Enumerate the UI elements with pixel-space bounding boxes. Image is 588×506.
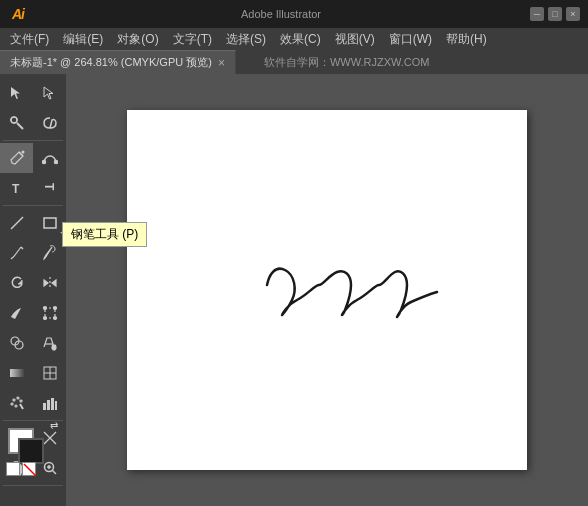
live-paint-bucket-tool[interactable] [33,328,66,358]
watermark-text: 软件自学网：WWW.RJZXW.COM [256,55,438,70]
tool-row-11 [0,388,66,418]
svg-text:T: T [42,183,56,191]
menu-view[interactable]: 视图(V) [329,29,381,50]
svg-point-8 [42,161,45,164]
vertical-type-tool[interactable]: T [33,173,66,203]
separator-4 [3,485,63,486]
gradient-tool[interactable] [0,358,33,388]
svg-rect-36 [55,401,57,410]
close-button[interactable]: × [566,7,580,21]
blob-brush-tool[interactable] [33,238,66,268]
none-color-icon[interactable] [22,462,36,476]
svg-rect-16 [45,308,55,318]
column-graph-tool[interactable] [33,388,66,418]
menu-file[interactable]: 文件(F) [4,29,55,50]
svg-rect-24 [10,369,24,377]
pen-tool[interactable] [0,143,33,173]
line-segment-tool[interactable] [0,208,33,238]
svg-point-7 [21,151,24,154]
svg-point-20 [53,317,56,320]
svg-point-28 [13,399,15,401]
svg-rect-33 [43,403,46,410]
rotate-tool[interactable] [0,268,33,298]
svg-line-12 [11,217,23,229]
menu-text[interactable]: 文字(T) [167,29,218,50]
tool-row-5 [0,208,66,238]
rectangle-tool[interactable] [33,208,66,238]
curvature-tool[interactable] [33,143,66,173]
svg-point-31 [11,403,13,405]
type-tool[interactable]: T [0,173,33,203]
svg-rect-35 [51,398,54,410]
tool-row-4: T T [0,173,66,203]
svg-point-18 [53,307,56,310]
warp-tool[interactable] [0,298,33,328]
default-color-icon[interactable] [6,462,20,476]
menu-effect[interactable]: 效果(C) [274,29,327,50]
svg-point-19 [43,317,46,320]
svg-point-32 [15,405,17,407]
free-transform-tool[interactable] [33,298,66,328]
tab-close-button[interactable]: × [218,57,225,69]
tool-row-10 [0,358,66,388]
menu-window[interactable]: 窗口(W) [383,29,438,50]
app-title: Adobe Illustrator [32,8,530,20]
tool-row-1 [0,78,66,108]
svg-point-29 [17,397,19,399]
paintbrush-tool[interactable] [0,238,33,268]
svg-rect-34 [47,400,50,410]
tool-row-7 [0,268,66,298]
tool-row-6 [0,238,66,268]
canvas[interactable] [127,110,527,470]
maximize-button[interactable]: □ [548,7,562,21]
menu-edit[interactable]: 编辑(E) [57,29,109,50]
lasso-tool[interactable] [33,108,66,138]
menu-select[interactable]: 选择(S) [220,29,272,50]
menu-object[interactable]: 对象(O) [111,29,164,50]
separator-1 [3,140,63,141]
direct-selection-tool[interactable] [33,78,66,108]
svg-point-17 [43,307,46,310]
canvas-area [66,74,588,506]
title-bar: Ai Adobe Illustrator ─ □ × [0,0,588,28]
minimize-button[interactable]: ─ [530,7,544,21]
ai-logo: Ai [4,1,32,27]
svg-line-44 [24,464,36,476]
mesh-tool[interactable] [33,358,66,388]
tool-row-3 [0,143,66,173]
reflect-tool[interactable] [33,268,66,298]
separator-2 [3,205,63,206]
main-area: T T [0,74,588,506]
tool-row-9 [0,328,66,358]
selection-tool[interactable] [0,78,33,108]
svg-line-0 [17,123,23,129]
svg-line-14 [21,247,23,249]
toolbar: T T [0,74,66,506]
menu-help[interactable]: 帮助(H) [440,29,493,50]
tool-row-2 [0,108,66,138]
magic-wand-tool[interactable] [0,108,33,138]
shape-builder-tool[interactable] [0,328,33,358]
svg-rect-13 [44,218,56,228]
tool-row-8 [0,298,66,328]
symbol-sprayer-tool[interactable] [0,388,33,418]
tab-label: 未标题-1* @ 264.81% (CMYK/GPU 预览) [10,55,212,70]
menu-bar: 文件(F) 编辑(E) 对象(O) 文字(T) 选择(S) 效果(C) 视图(V… [0,28,588,50]
swap-colors-icon[interactable]: ⇄ [50,420,58,431]
svg-point-30 [20,400,22,402]
fill-color-box[interactable] [18,438,44,464]
svg-point-9 [54,161,57,164]
color-section: ⇄ [4,418,62,478]
svg-text:T: T [12,182,20,196]
tab-bar: 未标题-1* @ 264.81% (CMYK/GPU 预览) × 软件自学网：W… [0,50,588,74]
active-tab[interactable]: 未标题-1* @ 264.81% (CMYK/GPU 预览) × [0,50,236,74]
